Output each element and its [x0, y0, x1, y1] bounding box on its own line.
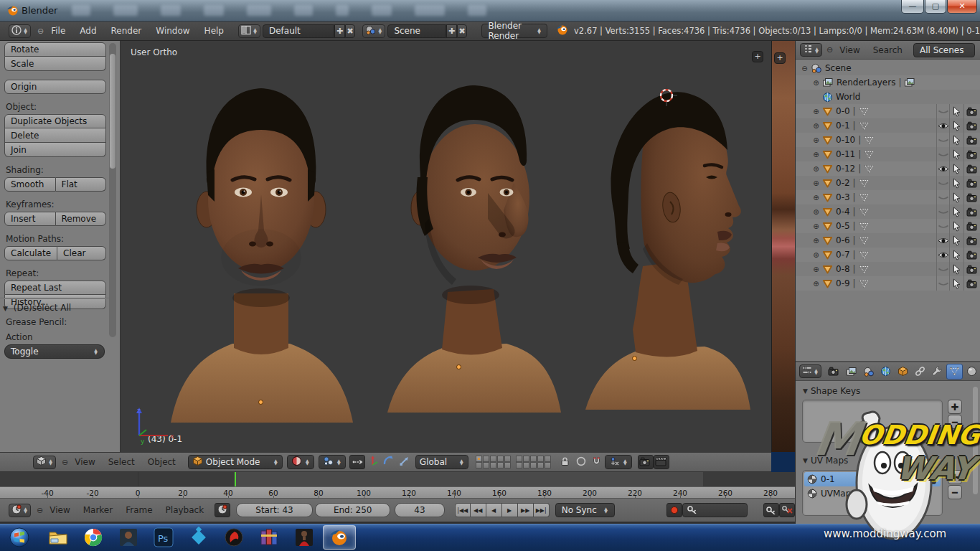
remove-shape-key-button[interactable]: ━: [948, 415, 962, 429]
opengl-render-button[interactable]: [638, 455, 654, 469]
jump-to-start-button[interactable]: |◀◀: [455, 503, 471, 517]
properties-tab-material-sphere[interactable]: [963, 364, 980, 380]
collapse-menus-icon[interactable]: ⊖: [37, 27, 44, 36]
snap-element-select[interactable]: ▲▼: [605, 455, 632, 469]
pivot-select[interactable]: ▲▼: [319, 455, 346, 469]
restrict-cursor-toggle[interactable]: [949, 219, 963, 233]
outliner-row-0-4[interactable]: ⊕0-4|: [796, 204, 980, 219]
restrict-camera-toggle[interactable]: [963, 233, 980, 248]
editor-type-button[interactable]: ▲▼: [799, 364, 821, 378]
toolshelf-scroll-thumb[interactable]: [110, 54, 116, 169]
expander-icon[interactable]: ⊕: [811, 280, 821, 288]
outliner-row-scene[interactable]: ⊖Scene: [796, 61, 980, 75]
frame-end-field[interactable]: End: 250: [315, 503, 390, 517]
render-engine-select[interactable]: Blender Render ▲▼: [481, 24, 547, 38]
restrict-eye-toggle[interactable]: [936, 262, 949, 276]
restrict-cursor-toggle[interactable]: [949, 190, 963, 204]
layer-toggle[interactable]: [490, 462, 496, 468]
uv-maps-panel-header[interactable]: ▼ UV Maps: [803, 456, 848, 466]
tool-button-repeat-last[interactable]: Repeat Last: [4, 281, 106, 295]
properties-tab-object-cube[interactable]: [895, 364, 911, 380]
taskbar-blender-button[interactable]: [323, 525, 356, 550]
layer-toggle[interactable]: [523, 456, 529, 462]
restrict-camera-toggle[interactable]: [963, 204, 980, 219]
outliner-row-0-5[interactable]: ⊕0-5|: [796, 219, 980, 233]
taskbar-photoshop-button[interactable]: Ps: [147, 525, 180, 550]
taskbar-explorer-button[interactable]: [42, 525, 75, 550]
frame-start-field[interactable]: Start: 43: [236, 503, 313, 517]
object-origin-dot[interactable]: [632, 356, 637, 361]
tool-button-join[interactable]: Join: [4, 143, 106, 157]
insert-keyframe-button[interactable]: [763, 503, 779, 517]
layer-toggle[interactable]: [504, 456, 511, 462]
restrict-eye-toggle[interactable]: [936, 204, 949, 219]
uv-map-row-0-1[interactable]: 0-1: [804, 472, 941, 486]
menu-file[interactable]: File: [44, 26, 72, 36]
restrict-camera-toggle[interactable]: [963, 248, 980, 262]
restrict-eye-toggle[interactable]: [936, 190, 949, 204]
restrict-cursor-toggle[interactable]: [949, 118, 963, 133]
object-origin-dot[interactable]: [258, 400, 263, 405]
taskbar-kodi-button[interactable]: [182, 525, 215, 550]
editor-type-button[interactable]: ▲▼: [800, 43, 822, 57]
tool-button-flat[interactable]: Flat: [56, 177, 107, 192]
preview-range-button[interactable]: [215, 503, 230, 517]
menu-window[interactable]: Window: [149, 26, 197, 36]
taskbar-start-orb[interactable]: [3, 525, 36, 550]
restrict-cursor-toggle[interactable]: [949, 204, 963, 219]
editor-type-button[interactable]: ▲▼: [9, 504, 31, 517]
restrict-camera-toggle[interactable]: [963, 133, 980, 147]
taskbar-media-red-button[interactable]: [217, 525, 250, 550]
close-button[interactable]: ✕: [947, 0, 977, 14]
shape-keys-list[interactable]: [802, 400, 943, 443]
add-shape-key-button[interactable]: ✚: [948, 400, 962, 414]
taskbar-winrar-button[interactable]: [253, 525, 286, 550]
layer-toggle[interactable]: [537, 456, 544, 462]
restrict-camera-toggle[interactable]: [963, 219, 980, 233]
outliner-row-0-12[interactable]: ⊕0-12|: [796, 161, 980, 176]
viewport-3d[interactable]: User Ortho (43) 0-1: [121, 41, 771, 452]
restrict-cursor-toggle[interactable]: [949, 147, 963, 161]
layer-toggle[interactable]: [530, 456, 537, 462]
restrict-eye-toggle[interactable]: [936, 161, 949, 176]
restrict-cursor-toggle[interactable]: [949, 248, 963, 262]
tool-button-origin[interactable]: Origin: [4, 80, 106, 94]
expander-icon[interactable]: ⊕: [811, 237, 821, 245]
timeline-ruler[interactable]: -40-200204060801001201401601802002202402…: [0, 486, 795, 499]
tool-button-delete[interactable]: Delete: [4, 128, 106, 143]
layer-toggle[interactable]: [545, 462, 551, 468]
layer-toggle[interactable]: [497, 456, 504, 462]
proportional-edit-button[interactable]: [573, 455, 589, 469]
keying-set-field[interactable]: [682, 503, 748, 517]
restrict-cursor-toggle[interactable]: [949, 161, 963, 176]
expander-icon[interactable]: ⊕: [811, 108, 821, 116]
restrict-eye-toggle[interactable]: [936, 276, 949, 291]
taskbar-photo-jordan-button[interactable]: [288, 525, 321, 550]
restrict-eye-toggle[interactable]: [936, 104, 949, 118]
editor-type-button[interactable]: ▲▼: [9, 24, 31, 38]
current-frame-field[interactable]: 43: [395, 503, 444, 517]
layer-toggle[interactable]: [483, 462, 489, 468]
expand-region-button[interactable]: +: [752, 51, 763, 62]
outliner-row-world[interactable]: World: [796, 90, 980, 104]
restrict-eye-toggle[interactable]: [936, 233, 949, 248]
restrict-eye-toggle[interactable]: [936, 219, 949, 233]
layer-toggle[interactable]: [530, 462, 537, 468]
collapse-menus-icon[interactable]: ⊖: [826, 45, 833, 55]
play-button[interactable]: ▶: [502, 503, 518, 517]
layer-toggle[interactable]: [490, 456, 496, 462]
tool-button-remove[interactable]: Remove: [56, 212, 107, 226]
opengl-anim-button[interactable]: [654, 455, 669, 469]
object-origin-dot[interactable]: [456, 364, 461, 369]
expand-region-button[interactable]: +: [774, 52, 786, 64]
expander-icon[interactable]: ⊕: [811, 136, 821, 144]
restrict-cursor-toggle[interactable]: [949, 133, 963, 147]
layer-toggle[interactable]: [545, 456, 551, 462]
timeline-menu-marker[interactable]: Marker: [77, 505, 119, 515]
restrict-camera-toggle[interactable]: [963, 104, 980, 118]
properties-tab-scene-balls[interactable]: [860, 364, 877, 380]
properties-tab-render-layers[interactable]: [843, 364, 859, 380]
manipulator-toggle[interactable]: [349, 455, 365, 469]
collapse-menus-icon[interactable]: ⊖: [37, 506, 43, 515]
properties-tab-modifiers-wrench[interactable]: [929, 364, 946, 380]
